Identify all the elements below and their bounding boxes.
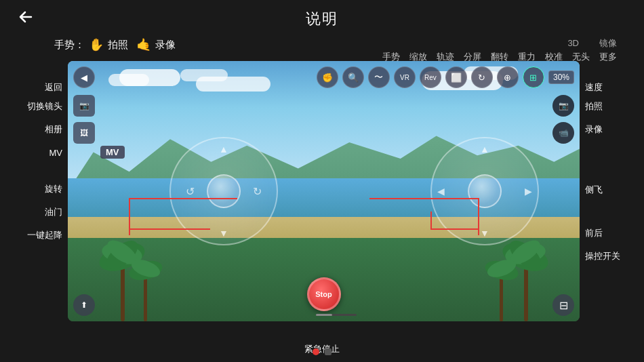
dot-red[interactable] [313, 348, 319, 355]
cam-top-bar: ◀ ✊ 🔍 〜 VR Rev ⬜ ↻ ⊕ ⊞ 30% [73, 66, 574, 88]
camera-view: ◀ ✊ 🔍 〜 VR Rev ⬜ ↻ ⊕ ⊞ 30% 📷 🖼 MV 📷 📹 [68, 61, 580, 321]
top-nav-3d-mirror: 3D镜像 [567, 37, 617, 49]
gesture-row: 手势： ✋ 拍照 🤙 录像 [54, 37, 176, 52]
progress-bar [316, 314, 357, 316]
cam-right-icons: 📷 📹 [552, 95, 574, 144]
label-mv: MV [49, 148, 63, 158]
red-line-throttle-v [129, 212, 130, 228]
cam-target-icon[interactable]: ⊕ [497, 66, 519, 88]
label-forward: 前后 [585, 227, 603, 239]
left-labels: 返回 切换镜头 相册 MV 旋转 油门 一键起降 [20, 61, 68, 321]
main-area: 返回 切换镜头 相册 MV 旋转 油门 一键起降 [20, 61, 624, 321]
cam-bottom: Stop [68, 277, 580, 316]
dot-gray[interactable] [325, 348, 331, 355]
right-labels: 速度 拍照 录像 侧飞 前后 操控开关 [580, 61, 624, 321]
photo-label: 拍照 [108, 39, 128, 52]
cam-land-icon[interactable]: ⊟ [552, 294, 574, 316]
video-gesture-icon: 🤙 [136, 37, 151, 52]
label-rotate: 旋转 [45, 183, 62, 195]
cam-vr-icon[interactable]: VR [394, 66, 416, 88]
joystick-right-down-arrow: ▼ [480, 228, 489, 239]
label-back: 返回 [45, 81, 62, 94]
cam-rev-icon[interactable]: Rev [420, 66, 441, 88]
label-album: 相册 [45, 123, 62, 136]
joystick-left-rotate-left: ↺ [186, 185, 195, 198]
joystick-right-up-arrow: ▲ [480, 144, 489, 155]
bottom-icons [313, 348, 331, 355]
cam-search-icon[interactable]: 🔍 [342, 66, 364, 88]
cam-wave-icon[interactable]: 〜 [368, 66, 390, 88]
label-photo: 拍照 [585, 100, 603, 113]
red-line-sidefly-h [369, 198, 478, 199]
label-sidefly: 侧飞 [585, 184, 603, 196]
top-nav: 3D镜像 手势 缩放 轨迹 分屏 翻转 重力 校准 无头 更多 [382, 37, 617, 63]
joystick-left-inner [207, 174, 241, 208]
stop-button[interactable]: Stop [307, 277, 341, 311]
cam-back-icon[interactable]: ◀ [73, 66, 95, 88]
label-control-switch: 操控开关 [585, 250, 620, 262]
progress-fill [316, 314, 332, 316]
mv-badge[interactable]: MV [100, 146, 125, 159]
page-title: 说明 [306, 9, 338, 29]
red-line-forward-h [430, 228, 479, 230]
cam-gesture-icon[interactable]: ✊ [317, 66, 338, 88]
cam-left-controls: 📷 🖼 [73, 95, 95, 144]
cam-video-btn[interactable]: 📹 [552, 122, 574, 144]
speed-badge: 30% [548, 71, 574, 84]
joystick-left-up-arrow: ▲ [219, 144, 228, 155]
label-video: 录像 [585, 123, 603, 136]
label-speed: 速度 [585, 81, 603, 94]
joystick-left-down-arrow: ▼ [219, 228, 228, 239]
header: 说明 [0, 0, 644, 37]
cam-rotate-icon[interactable]: ↻ [471, 66, 493, 88]
video-label: 录像 [155, 39, 176, 52]
joystick-left-rotate-right: ↻ [253, 185, 262, 198]
cam-switch-icon[interactable]: 📷 [73, 95, 95, 117]
back-button[interactable] [16, 7, 35, 31]
joystick-right-right-arrow: ▶ [525, 186, 532, 197]
photo-gesture-icon: ✋ [89, 37, 104, 52]
label-switch-camera: 切换镜头 [27, 100, 62, 113]
cam-takeoff-icon[interactable]: ⬆ [73, 294, 95, 316]
red-line-throttle-h [129, 228, 210, 230]
label-takeoff: 一键起降 [27, 229, 62, 241]
red-line-forward-v [430, 212, 432, 228]
red-line-rotate-h [129, 198, 237, 199]
joystick-right-left-arrow: ◀ [437, 186, 445, 197]
cam-album-icon[interactable]: 🖼 [73, 122, 95, 144]
gesture-label: 手势： [54, 39, 85, 52]
joystick-right-inner [468, 174, 502, 208]
cam-grid-icon[interactable]: ⊞ [523, 66, 544, 88]
cam-photo-btn[interactable]: 📷 [552, 95, 574, 117]
cam-crop-icon[interactable]: ⬜ [445, 66, 467, 88]
label-throttle: 油门 [45, 206, 62, 218]
